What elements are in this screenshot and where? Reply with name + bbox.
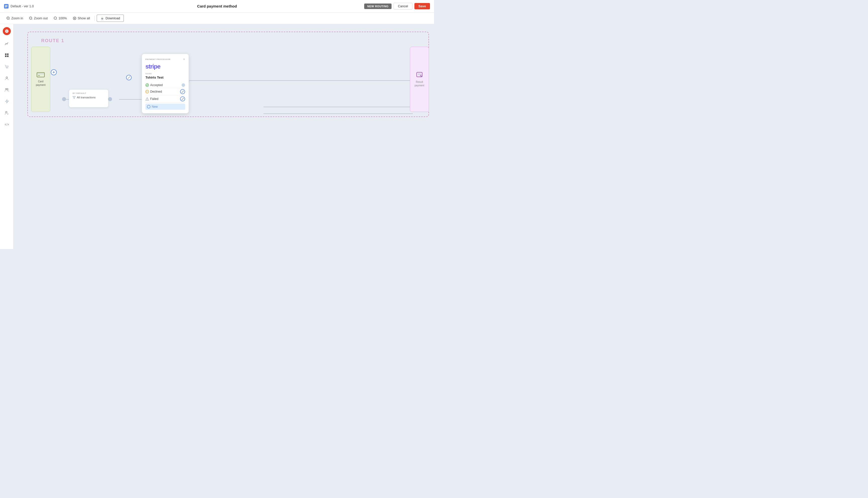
svg-rect-35 (37, 73, 44, 77)
pp-header: PAYMENT PROCESSOR × (145, 57, 185, 61)
failed-label: Failed (150, 97, 158, 101)
status-row-declined: Declined (145, 88, 185, 95)
zoom-icon (54, 16, 57, 20)
topbar: Default - ver 1.0 Card payment method NE… (0, 0, 434, 13)
main-layout: ROUTE 1 Cardpayment + BY DEFAULT All tra… (0, 24, 434, 249)
pp-name: Tshirts Test (145, 76, 185, 79)
card-payment-node[interactable]: Cardpayment (31, 47, 50, 112)
sidebar-item-user-add[interactable] (2, 108, 12, 118)
svg-point-22 (7, 68, 8, 68)
route-label: ROUTE 1 (41, 38, 64, 43)
save-button[interactable]: Save (414, 3, 430, 9)
new-routing-button[interactable]: NEW ROUTING (364, 3, 391, 9)
svg-line-11 (56, 19, 57, 20)
card-payment-label: Cardpayment (36, 80, 46, 87)
failed-icon (145, 97, 149, 101)
sidebar-item-code[interactable] (2, 119, 12, 130)
accepted-connector (182, 83, 185, 87)
svg-rect-20 (7, 55, 9, 57)
users-icon (4, 76, 9, 81)
zoom-in-button[interactable]: Zoom in (4, 15, 26, 21)
declined-label: Declined (150, 90, 162, 93)
svg-point-10 (54, 17, 56, 19)
svg-rect-1 (5, 6, 8, 6)
payment-processor-card: PAYMENT PROCESSOR × stripe NAME Tshirts … (142, 54, 189, 114)
status-row-failed: Failed (145, 95, 185, 103)
sidebar-item-cart[interactable] (2, 62, 12, 72)
layer-icon (4, 53, 9, 57)
svg-rect-19 (5, 55, 7, 57)
connector-right (108, 97, 112, 101)
sidebar-item-analytics[interactable] (2, 39, 12, 49)
version-icon (4, 4, 9, 9)
toolbar-divider (94, 16, 95, 21)
accepted-icon (145, 83, 149, 87)
pp-close-button[interactable]: × (183, 57, 185, 61)
zoom-in-icon (7, 16, 10, 20)
sidebar-item-users[interactable] (2, 73, 12, 83)
new-icon (147, 105, 151, 108)
pp-header-label: PAYMENT PROCESSOR (145, 58, 170, 61)
card-payment-icon (37, 72, 45, 78)
svg-point-25 (7, 89, 8, 90)
by-default-header: BY DEFAULT (73, 92, 105, 94)
topbar-left: Default - ver 1.0 (4, 4, 34, 9)
cancel-button[interactable]: Cancel (393, 3, 412, 10)
download-icon (101, 16, 104, 20)
svg-line-6 (9, 19, 10, 20)
svg-point-13 (74, 18, 75, 19)
page-title: Card payment method (197, 4, 237, 8)
zoom-100-button[interactable]: 100% (51, 15, 69, 21)
status-row-new: New (145, 104, 185, 110)
add-node-button[interactable]: + (51, 69, 57, 75)
toolbar: Zoom in Zoom out 100% Show all Download (0, 13, 434, 24)
code-icon (4, 122, 9, 127)
result-payment-node[interactable]: Resultpayment (410, 47, 429, 112)
sidebar (0, 24, 14, 249)
pp-name-label: NAME (145, 73, 185, 75)
svg-rect-18 (7, 53, 9, 55)
stripe-logo: stripe (145, 63, 185, 70)
status-row-accepted: Accepted (145, 82, 185, 88)
filter-icon (73, 96, 76, 99)
svg-point-44 (147, 105, 150, 108)
accepted-label: Accepted (150, 83, 163, 87)
svg-point-23 (6, 77, 8, 78)
by-default-node[interactable]: BY DEFAULT All transactions (69, 89, 108, 107)
failed-edit-button[interactable] (180, 96, 185, 101)
version-label: Default - ver 1.0 (11, 4, 34, 8)
chart-icon (4, 41, 9, 46)
new-label: New (152, 105, 158, 108)
svg-point-43 (147, 100, 147, 100)
svg-point-16 (5, 29, 9, 33)
svg-point-26 (5, 112, 7, 113)
cart-icon (4, 65, 9, 69)
show-all-button[interactable]: Show all (70, 15, 92, 21)
connector-left (62, 97, 66, 101)
zoom-out-button[interactable]: Zoom out (27, 15, 50, 21)
svg-point-24 (5, 89, 7, 90)
svg-rect-0 (5, 5, 8, 6)
show-all-icon (73, 16, 76, 20)
edit-connection-button[interactable] (126, 75, 132, 80)
svg-point-21 (6, 68, 7, 68)
sidebar-item-zap[interactable] (2, 96, 12, 106)
download-button[interactable]: Download (97, 15, 124, 22)
svg-line-29 (7, 123, 7, 126)
by-default-label: All transactions (77, 96, 96, 99)
svg-rect-2 (5, 7, 7, 7)
zap-icon (4, 99, 9, 104)
result-payment-label: Resultpayment (415, 80, 424, 87)
sidebar-item-layers[interactable] (2, 50, 12, 60)
sidebar-item-group[interactable] (2, 85, 12, 95)
svg-rect-17 (5, 53, 7, 55)
user-add-icon (4, 111, 9, 115)
topbar-right: NEW ROUTING Cancel Save (364, 3, 430, 10)
by-default-content: All transactions (73, 96, 105, 99)
canvas: ROUTE 1 Cardpayment + BY DEFAULT All tra… (14, 24, 434, 249)
svg-line-9 (31, 19, 33, 20)
declined-edit-button[interactable] (180, 89, 185, 94)
result-icon (416, 71, 423, 78)
group-icon (4, 88, 9, 92)
declined-icon (145, 90, 149, 93)
